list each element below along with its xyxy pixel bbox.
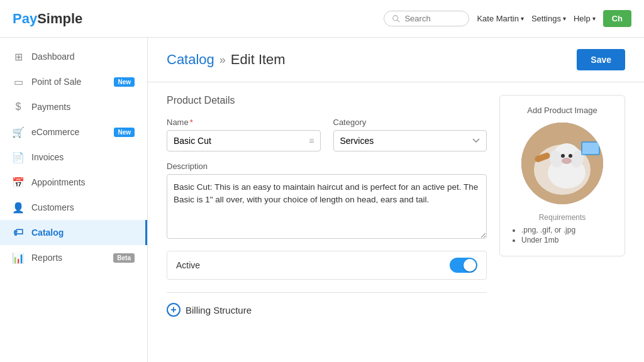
required-marker: * <box>190 118 193 127</box>
settings-label: Settings <box>531 14 561 23</box>
image-upload-title: Add Product Image <box>510 106 614 115</box>
catalog-icon: 🏷 <box>13 227 24 238</box>
pos-badge: New <box>114 77 135 87</box>
section-title: Product Details <box>167 95 487 106</box>
breadcrumb-catalog-link[interactable]: Catalog <box>167 52 214 68</box>
svg-point-0 <box>393 15 398 20</box>
sidebar-item-payments[interactable]: $ Payments <box>0 94 147 119</box>
requirements-title: Requirements <box>510 213 614 222</box>
product-image[interactable] <box>521 123 603 204</box>
product-image-svg <box>521 123 603 204</box>
name-input[interactable] <box>167 130 321 151</box>
breadcrumb-separator: » <box>219 53 226 67</box>
page-header: Catalog » Edit Item Save <box>148 38 644 82</box>
sidebar-item-reports[interactable]: 📊 Reports Beta <box>0 245 147 270</box>
active-toggle-row: Active <box>167 251 487 280</box>
sidebar-label-dashboard: Dashboard <box>31 52 75 62</box>
svg-line-1 <box>397 19 400 22</box>
customers-icon: 👤 <box>13 202 24 213</box>
description-group: Description <box>167 162 487 241</box>
text-field-icon: ≡ <box>309 136 314 146</box>
sidebar-item-catalog[interactable]: 🏷 Catalog <box>0 220 147 245</box>
form-section: Product Details Name* ≡ Category <box>167 95 487 317</box>
settings-chevron: ▾ <box>563 15 566 22</box>
sidebar-item-appointments[interactable]: 📅 Appointments <box>0 170 147 195</box>
category-select[interactable]: Services Products Packages <box>333 130 487 151</box>
breadcrumb: Catalog » Edit Item <box>167 52 286 68</box>
logo-simple: Simple <box>37 11 82 26</box>
reports-icon: 📊 <box>13 252 24 263</box>
reports-badge: Beta <box>113 253 135 263</box>
topnav-right: Kate Martin ▾ Settings ▾ Help ▾ Ch <box>384 10 631 27</box>
sidebar-label-customers: Customers <box>31 202 74 212</box>
active-label: Active <box>176 260 200 270</box>
image-upload-box: Add Product Image <box>499 95 625 256</box>
billing-expand-icon[interactable]: + <box>167 303 180 317</box>
search-input[interactable] <box>404 14 461 23</box>
requirements: Requirements .png, .gif, or .jpg Under 1… <box>510 213 614 244</box>
content-area: Product Details Name* ≡ Category <box>148 82 644 329</box>
name-category-row: Name* ≡ Category Services Products Packa… <box>167 118 487 151</box>
sidebar-item-point-of-sale[interactable]: ▭ Point of Sale New <box>0 69 147 94</box>
dashboard-icon: ⊞ <box>13 51 24 62</box>
chat-button[interactable]: Ch <box>603 10 631 27</box>
sidebar-label-invoices: Invoices <box>31 152 64 162</box>
sidebar-label-catalog: Catalog <box>31 228 64 238</box>
svg-point-10 <box>562 158 572 164</box>
divider <box>167 292 487 293</box>
help-menu[interactable]: Help ▾ <box>574 14 596 23</box>
user-menu[interactable]: Kate Martin ▾ <box>477 14 523 23</box>
name-group: Name* ≡ <box>167 118 321 151</box>
category-group: Category Services Products Packages <box>333 118 487 151</box>
sidebar-label-reports: Reports <box>31 253 62 263</box>
billing-structure-row[interactable]: + Billing Structure <box>167 303 487 317</box>
layout: ⊞ Dashboard ▭ Point of Sale New $ Paymen… <box>0 38 644 362</box>
product-image-inner <box>521 123 603 204</box>
req-item-1: .png, .gif, or .jpg <box>521 226 614 234</box>
description-textarea[interactable] <box>167 174 487 239</box>
logo: PaySimple <box>13 11 82 27</box>
sidebar: ⊞ Dashboard ▭ Point of Sale New $ Paymen… <box>0 38 148 362</box>
category-label: Category <box>333 118 487 127</box>
sidebar-item-dashboard[interactable]: ⊞ Dashboard <box>0 44 147 69</box>
name-input-wrapper: ≡ <box>167 130 321 151</box>
save-button[interactable]: Save <box>577 49 625 70</box>
search-icon <box>392 14 401 23</box>
svg-point-9 <box>569 154 572 158</box>
payments-icon: $ <box>13 101 24 112</box>
breadcrumb-current: Edit Item <box>231 52 286 68</box>
name-label: Name* <box>167 118 321 127</box>
sidebar-item-invoices[interactable]: 📄 Invoices <box>0 145 147 170</box>
svg-rect-13 <box>582 143 599 154</box>
svg-point-8 <box>561 154 565 158</box>
sidebar-label-appointments: Appointments <box>31 177 86 187</box>
top-navigation: PaySimple Kate Martin ▾ Settings ▾ Help … <box>0 0 644 38</box>
search-box[interactable] <box>384 11 469 26</box>
sidebar-item-customers[interactable]: 👤 Customers <box>0 195 147 220</box>
point-of-sale-icon: ▭ <box>13 76 24 87</box>
sidebar-item-ecommerce[interactable]: 🛒 eCommerce New <box>0 119 147 145</box>
billing-structure-label: Billing Structure <box>186 305 252 315</box>
appointments-icon: 📅 <box>13 177 24 188</box>
sidebar-label-payments: Payments <box>31 102 70 112</box>
main-content: Catalog » Edit Item Save Product Details… <box>148 38 644 362</box>
user-chevron: ▾ <box>521 15 524 22</box>
sidebar-label-ecommerce: eCommerce <box>31 127 79 137</box>
sidebar-label-pos: Point of Sale <box>31 77 81 87</box>
settings-menu[interactable]: Settings ▾ <box>531 14 566 23</box>
ecommerce-icon: 🛒 <box>13 126 24 138</box>
active-toggle[interactable] <box>450 258 477 273</box>
ecommerce-badge: New <box>114 128 135 137</box>
right-panel: Add Product Image <box>499 95 625 317</box>
req-item-2: Under 1mb <box>521 236 614 244</box>
invoices-icon: 📄 <box>13 151 24 163</box>
help-label: Help <box>574 14 591 23</box>
user-name: Kate Martin <box>477 14 518 23</box>
help-chevron: ▾ <box>592 15 596 22</box>
description-label: Description <box>167 162 487 171</box>
logo-pay: Pay <box>13 11 37 26</box>
